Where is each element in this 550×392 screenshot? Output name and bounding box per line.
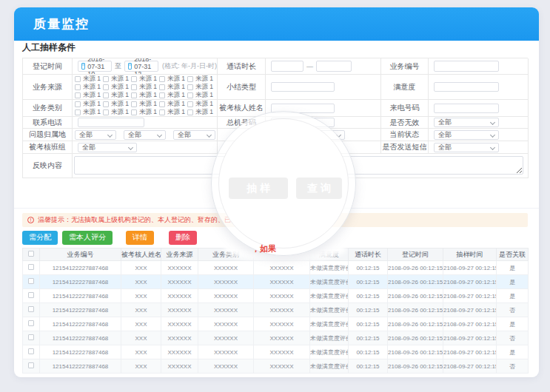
business-no-input[interactable] — [434, 61, 499, 72]
problem-region-select-1[interactable]: 全部 — [75, 130, 116, 140]
checkbox-option[interactable]: 来源 1 — [159, 75, 187, 83]
checkbox-option[interactable]: 来源 1 — [103, 75, 131, 83]
checkbox-option[interactable]: 来源 1 — [131, 91, 159, 99]
checkbox[interactable] — [75, 101, 81, 107]
checkbox-option[interactable]: 来源 1 — [75, 91, 103, 99]
current-status-select[interactable]: 全部 — [434, 130, 499, 140]
contact-phone-input[interactable] — [78, 118, 144, 127]
call-duration-min-input[interactable] — [271, 61, 303, 72]
checkbox-option[interactable]: 来源 1 — [159, 108, 187, 116]
action-button-3[interactable]: 详情 — [126, 231, 154, 245]
checkbox[interactable] — [75, 92, 81, 98]
calendar-icon[interactable] — [81, 63, 85, 70]
register-time-cell: 2108-09-26 00:12:15 — [388, 275, 443, 289]
checkbox[interactable] — [131, 76, 137, 82]
checkbox[interactable] — [187, 109, 193, 115]
checkbox[interactable] — [187, 92, 193, 98]
checkbox-option[interactable]: 来源 1 — [159, 83, 187, 91]
invalid-flag-select[interactable]: 全部 — [434, 118, 499, 127]
col5-cell: XXXXXX — [254, 317, 310, 331]
checkbox-option[interactable]: 来源 1 — [159, 100, 187, 108]
checkbox-option[interactable]: 来源 1 — [103, 91, 131, 99]
register-time-to-input[interactable]: 2018-07-31 12 — [124, 61, 158, 72]
checkbox-label: 来源 1 — [83, 108, 101, 117]
row-checkbox[interactable] — [28, 306, 34, 312]
problem-region-select-3[interactable]: 全部 — [173, 130, 215, 140]
satisfaction-input[interactable] — [434, 82, 499, 92]
checkbox[interactable] — [103, 76, 109, 82]
problem-region-select-2[interactable]: 全部 — [124, 130, 166, 140]
current-status-field: 全部 — [429, 129, 529, 141]
register-time-from-input[interactable]: 2018-07-31 10 — [78, 61, 112, 72]
checkbox[interactable] — [131, 109, 137, 115]
checkbox[interactable] — [103, 92, 109, 98]
caller-number-input[interactable] — [434, 104, 499, 113]
checkbox-option[interactable]: 来源 1 — [75, 100, 103, 108]
category-cell: XXXXXX — [198, 261, 254, 275]
checkbox-option[interactable]: 来源 1 — [187, 83, 215, 91]
row-checkbox[interactable] — [28, 348, 34, 354]
checkbox[interactable] — [159, 92, 165, 98]
source-cell: XXXXXX — [161, 289, 198, 303]
checkbox[interactable] — [131, 84, 137, 90]
row-checkbox[interactable] — [28, 292, 34, 298]
checkbox[interactable] — [159, 76, 165, 82]
checkbox-option[interactable]: 来源 1 — [131, 108, 159, 116]
checkbox-option[interactable]: 来源 1 — [75, 75, 103, 83]
col5-cell: XXXXXX — [254, 359, 310, 374]
checkbox[interactable] — [75, 76, 81, 82]
row-checkbox[interactable] — [28, 334, 34, 340]
call-duration-max-input[interactable] — [316, 61, 352, 72]
checkbox-option[interactable]: 来源 1 — [131, 100, 159, 108]
checkbox[interactable] — [159, 84, 165, 90]
action-button-2[interactable]: 需本人评分 — [62, 231, 113, 245]
checkbox-option[interactable]: 来源 1 — [131, 83, 159, 91]
checkbox-option[interactable]: 来源 1 — [75, 83, 103, 91]
checkbox-option[interactable]: 来源 1 — [187, 100, 215, 108]
send-sms-field: 全部 — [429, 141, 529, 154]
category-cell: XXXXXX — [198, 331, 254, 345]
select-all-checkbox[interactable] — [28, 251, 34, 257]
checkbox[interactable] — [131, 101, 137, 107]
checkbox[interactable] — [159, 101, 165, 107]
row-checkbox[interactable] — [28, 264, 34, 270]
checkbox-option[interactable]: 来源 1 — [187, 75, 215, 83]
checkbox-option[interactable]: 来源 1 — [131, 75, 159, 83]
assessed-team-field: 全部 — [73, 141, 218, 154]
checkbox-option[interactable]: 来源 1 — [103, 108, 131, 116]
sample-button[interactable]: 抽样 — [229, 178, 288, 199]
checkbox[interactable] — [187, 84, 193, 90]
category-cell: XXXXXX — [198, 275, 254, 289]
assessed-team-select[interactable]: 全部 — [78, 143, 137, 152]
business-no-cell: 12154122227887468 — [40, 317, 121, 331]
action-button-4[interactable]: 删除 — [169, 231, 197, 245]
row-checkbox[interactable] — [28, 278, 34, 284]
checkbox-option[interactable]: 来源 1 — [103, 83, 131, 91]
summary-type-input[interactable] — [271, 82, 335, 92]
query-button[interactable]: 查询 — [296, 178, 342, 199]
checkbox[interactable] — [75, 84, 81, 90]
checkbox-option[interactable]: 来源 1 — [159, 91, 187, 99]
checkbox[interactable] — [187, 101, 193, 107]
satisfaction-cell: 未做满意度评价 — [310, 261, 349, 275]
checkbox[interactable] — [103, 109, 109, 115]
business-no-field — [429, 58, 529, 75]
checkbox[interactable] — [131, 92, 137, 98]
duration-cell: 00:12:15 — [349, 331, 388, 345]
calendar-icon[interactable] — [128, 63, 132, 70]
row-checkbox[interactable] — [28, 362, 34, 368]
checkbox[interactable] — [103, 84, 109, 90]
row-checkbox[interactable] — [28, 320, 34, 326]
send-sms-select[interactable]: 全部 — [434, 143, 499, 152]
checkbox[interactable] — [187, 76, 193, 82]
checkbox-option[interactable]: 来源 1 — [187, 91, 215, 99]
source-cell: XXXXXX — [161, 331, 198, 345]
checkbox[interactable] — [159, 109, 165, 115]
action-button-1[interactable]: 需分配 — [22, 231, 58, 245]
checkbox-option[interactable]: 来源 1 — [103, 100, 131, 108]
checkbox[interactable] — [103, 101, 109, 107]
checkbox-label: 来源 1 — [111, 108, 129, 117]
checkbox-option[interactable]: 来源 1 — [75, 108, 103, 116]
checkbox[interactable] — [75, 109, 81, 115]
checkbox-option[interactable]: 来源 1 — [187, 108, 215, 116]
